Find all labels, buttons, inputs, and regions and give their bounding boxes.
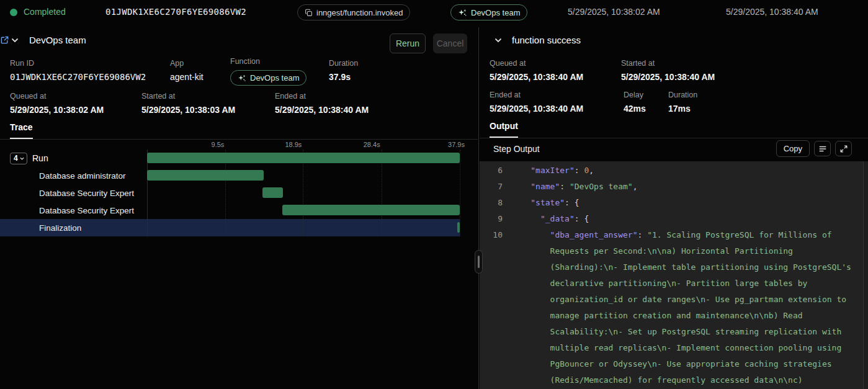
collapse-run-chevron-icon[interactable] xyxy=(7,34,22,48)
copy-button[interactable]: Copy xyxy=(776,140,810,157)
step-delay-field: Delay 42ms xyxy=(624,91,646,114)
trace-row-label: Finalization xyxy=(39,223,81,233)
trace-span-bar[interactable] xyxy=(457,222,460,233)
function-badge-top[interactable]: DevOps team xyxy=(450,4,527,20)
cancel-button[interactable]: Cancel xyxy=(433,34,467,53)
axis-tick-label: 9.5s xyxy=(212,141,225,148)
line-number: 6 xyxy=(480,163,503,179)
function-badge-label: DevOps team xyxy=(250,73,299,83)
duration-label: Duration xyxy=(329,59,358,68)
code-scrollbar[interactable] xyxy=(863,161,868,389)
trace-row-label: Database administrator xyxy=(39,171,126,181)
trace-waterfall: 9.5s18.9s28.4s37.9s 4RunDatabase adminis… xyxy=(0,140,478,237)
step-duration-label: Duration xyxy=(668,91,697,99)
function-field: Function DevOps team xyxy=(230,57,306,86)
line-wrap-button[interactable] xyxy=(814,141,831,156)
line-number: 9 xyxy=(480,211,503,227)
step-ended-field: Ended at 5/29/2025, 10:38:40 AM xyxy=(490,91,583,114)
trace-row-finalization[interactable]: Finalization xyxy=(0,219,478,236)
trace-span-bar[interactable] xyxy=(282,205,460,215)
trace-row-database-administrator[interactable]: Database administrator xyxy=(0,167,478,184)
started-label: Started at xyxy=(141,92,235,101)
event-badge[interactable]: inngest/function.invoked xyxy=(297,4,410,20)
status-dot-icon xyxy=(10,9,17,16)
code-text: "state": { xyxy=(503,195,836,211)
step-output-code[interactable]: 6"maxIter": 0,7"name": "DevOps team",8"s… xyxy=(480,161,868,389)
step-delay-value: 42ms xyxy=(624,104,646,114)
step-started-label: Started at xyxy=(621,59,715,68)
step-queued-label: Queued at xyxy=(490,59,583,68)
code-line: 8"state": { xyxy=(480,195,868,211)
line-number: 8 xyxy=(480,195,503,211)
line-number: 10 xyxy=(480,227,503,389)
tab-output[interactable]: Output xyxy=(490,121,518,138)
step-panel-header: function success xyxy=(480,30,868,53)
trace-row-database-security-expert[interactable]: Database Security Expert xyxy=(0,184,478,202)
step-tabbar: Output xyxy=(480,118,868,138)
timeline-gridline xyxy=(460,150,460,236)
queued-value: 5/29/2025, 10:38:02 AM xyxy=(10,105,104,115)
top-queued-time: 5/29/2025, 10:38:02 AM xyxy=(568,7,660,17)
tab-trace[interactable]: Trace xyxy=(10,122,33,139)
collapse-step-chevron-icon[interactable] xyxy=(491,34,506,48)
run-status: Completed xyxy=(24,7,66,17)
trace-span-bar[interactable] xyxy=(262,187,283,198)
expand-icon xyxy=(839,145,848,153)
code-text: "_data": { xyxy=(503,211,846,227)
step-duration-value: 17ms xyxy=(668,104,697,114)
app-link[interactable]: agent-kit xyxy=(170,72,204,82)
trace-row-label: Database Security Expert xyxy=(39,189,134,198)
step-delay-label: Delay xyxy=(624,91,646,99)
child-count: 4 xyxy=(14,154,18,163)
queued-label: Queued at xyxy=(10,92,104,101)
step-started-field: Started at 5/29/2025, 10:38:40 AM xyxy=(621,59,715,82)
sparkles-icon xyxy=(458,8,467,17)
step-queued-field: Queued at 5/29/2025, 10:38:40 AM xyxy=(490,59,583,82)
axis-tick-label: 37.9s xyxy=(448,141,465,148)
code-line: 10"dba_agent_answer": "1. Scaling Postgr… xyxy=(480,227,868,389)
panel-resize-handle[interactable] xyxy=(475,250,483,274)
function-badge[interactable]: DevOps team xyxy=(230,70,306,86)
run-id-label: Run ID xyxy=(10,59,146,68)
started-field: Started at 5/29/2025, 10:38:03 AM xyxy=(141,92,235,115)
trace-row-run[interactable]: 4Run xyxy=(0,150,478,167)
code-line: 9"_data": { xyxy=(480,211,868,227)
app-field: App agent-kit xyxy=(170,59,204,82)
code-line: 7"name": "DevOps team", xyxy=(480,179,868,195)
event-badge-label: inngest/function.invoked xyxy=(316,8,403,17)
top-run-id: 01JWDK1XE6C270F6YE69086VW2 xyxy=(105,7,246,17)
run-title: DevOps team xyxy=(29,35,86,45)
run-id-value: 01JWDK1XE6C270F6YE69086VW2 xyxy=(10,72,146,82)
ended-label: Ended at xyxy=(275,92,369,101)
app-label: App xyxy=(170,59,204,68)
code-line: 6"maxIter": 0, xyxy=(480,163,868,179)
step-output-header: Step Output Copy xyxy=(480,138,868,161)
trace-row-database-security-expert[interactable]: Database Security Expert xyxy=(0,202,478,219)
run-tabbar: Trace xyxy=(0,119,478,140)
axis-tick-label: 28.4s xyxy=(364,141,380,148)
top-ended-time: 5/29/2025, 10:38:40 AM xyxy=(726,7,818,17)
trace-span-bar[interactable] xyxy=(147,170,264,181)
external-link-icon[interactable] xyxy=(0,35,9,47)
chevron-down-icon xyxy=(19,156,25,161)
line-number: 7 xyxy=(480,179,503,195)
code-text: "name": "DevOps team", xyxy=(503,179,836,195)
ended-value: 5/29/2025, 10:38:40 AM xyxy=(275,105,369,115)
function-badge-top-label: DevOps team xyxy=(471,8,520,17)
trace-span-bar[interactable] xyxy=(147,153,460,163)
expand-children-button[interactable]: 4 xyxy=(10,153,27,164)
panel-divider xyxy=(478,27,479,389)
step-duration-field: Duration 17ms xyxy=(668,91,697,114)
code-text: "dba_agent_answer": "1. Scaling PostgreS… xyxy=(503,227,856,389)
rerun-button[interactable]: Rerun xyxy=(390,34,426,53)
ended-field: Ended at 5/29/2025, 10:38:40 AM xyxy=(275,92,369,115)
code-text: "maxIter": 0, xyxy=(503,163,836,179)
trace-axis: 9.5s18.9s28.4s37.9s xyxy=(0,140,478,150)
step-started-value: 5/29/2025, 10:38:40 AM xyxy=(621,72,715,82)
run-details-panel: DevOps team Rerun Cancel Run ID 01JWDK1X… xyxy=(0,25,478,389)
expand-button[interactable] xyxy=(835,141,852,156)
run-id-field: Run ID 01JWDK1XE6C270F6YE69086VW2 xyxy=(10,59,146,82)
duration-value: 37.9s xyxy=(329,72,358,82)
wrap-lines-icon xyxy=(818,145,827,153)
step-title: function success xyxy=(512,35,581,45)
